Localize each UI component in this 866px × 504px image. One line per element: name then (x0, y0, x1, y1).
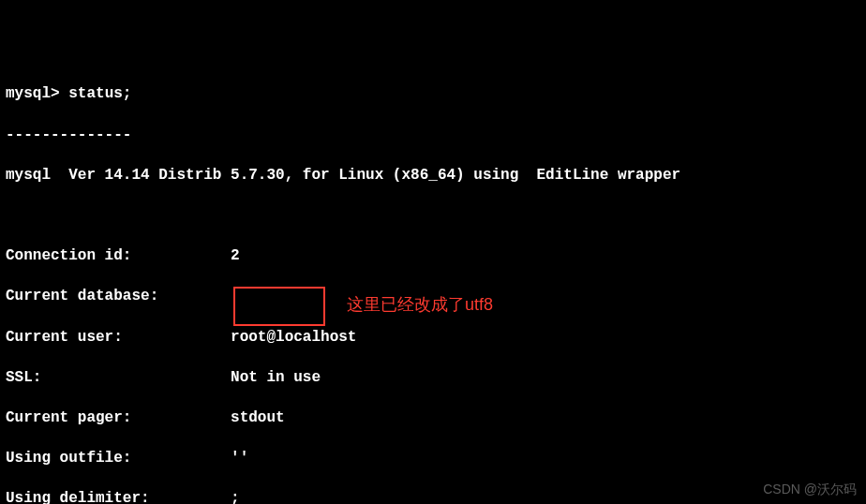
delimiter-value: ; (231, 489, 240, 504)
mysql-prompt: mysql> (6, 85, 68, 102)
kv-row: Current pager: stdout (6, 408, 860, 429)
current-user-value: root@localhost (231, 328, 356, 348)
current-user-label: Current user: (6, 328, 231, 348)
kv-row: Using delimiter: ; (6, 489, 860, 504)
current-database-label: Current database: (6, 287, 231, 307)
command-input[interactable]: status; (68, 85, 131, 102)
outfile-value: '' (231, 449, 248, 469)
connection-id-label: Connection id: (6, 246, 231, 267)
annotation-text: 这里已经改成了utf8 (347, 293, 493, 316)
outfile-label: Using outfile: (6, 449, 231, 469)
divider-top: -------------- (6, 126, 860, 146)
kv-row: SSL: Not in use (6, 368, 860, 389)
pager-label: Current pager: (6, 408, 231, 429)
connection-id-value: 2 (231, 246, 240, 267)
kv-row: Current user: root@localhost (6, 328, 860, 348)
kv-row: Using outfile: '' (6, 449, 860, 469)
delimiter-label: Using delimiter: (6, 489, 231, 504)
kv-row: Connection id: 2 (6, 246, 860, 267)
pager-value: stdout (231, 408, 285, 429)
prompt-line[interactable]: mysql> status; (6, 84, 860, 105)
watermark: CSDN @沃尔码 (763, 481, 857, 498)
blank-line (6, 206, 860, 227)
ssl-label: SSL: (6, 368, 231, 389)
ssl-value: Not in use (231, 368, 321, 389)
version-line: mysql Ver 14.14 Distrib 5.7.30, for Linu… (6, 166, 860, 186)
